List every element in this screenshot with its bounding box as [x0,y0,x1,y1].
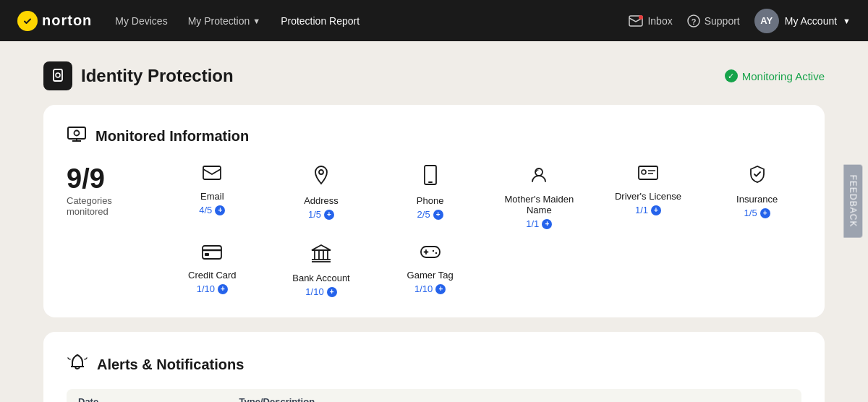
category-icon-address [313,165,329,189]
category-item[interactable]: Credit Card1/10 + [168,244,257,297]
category-count[interactable]: 1/10 + [305,286,336,297]
category-item[interactable]: Mother's Maiden Name1/1 + [495,165,584,229]
norton-logo[interactable]: norton [17,11,92,31]
nav-my-protection[interactable]: My Protection ▼ [188,15,260,27]
svg-point-12 [319,170,323,174]
monitoring-active-dot: ✓ [725,69,738,82]
category-count[interactable]: 1/1 + [635,205,661,215]
svg-point-14 [535,168,542,176]
categories-count-number: 9/9 [67,165,139,192]
support-icon: ? [687,14,700,27]
category-count[interactable]: 2/5 + [417,209,443,220]
svg-marker-22 [312,245,331,250]
svg-point-34 [435,252,436,254]
category-item[interactable]: Insurance1/5 + [712,165,801,229]
alerts-title: Alerts & Notifications [97,356,244,373]
protection-chevron-icon: ▼ [252,17,260,25]
page-header: Identity Protection ✓ Monitoring Active [43,61,825,90]
category-count[interactable]: 4/5 + [199,205,225,215]
monitored-info-icon [67,125,87,147]
account-menu[interactable]: AY My Account ▼ [754,9,851,33]
categories-count: 9/9 Categoriesmonitored [67,165,139,217]
alerts-icon [67,352,88,377]
add-category-icon[interactable]: + [218,284,228,294]
inbox-icon [629,15,643,27]
avatar: AY [754,9,779,33]
svg-rect-19 [203,246,221,259]
category-icon-mother's-maiden-name [529,165,548,188]
category-item[interactable]: Phone2/5 + [386,165,475,229]
add-category-icon[interactable]: + [651,205,661,215]
add-category-icon[interactable]: + [327,287,337,297]
add-category-icon[interactable]: + [324,210,334,220]
category-icon-credit-card [202,244,222,264]
page-title-wrap: Identity Protection [43,61,234,90]
monitoring-status-badge: ✓ Monitoring Active [725,69,825,82]
svg-point-6 [56,73,60,77]
category-name: Bank Account [292,273,350,283]
alerts-title-row: Alerts & Notifications [67,352,801,377]
alerts-table: Date Type/Description Historical Dark We… [67,389,801,402]
category-count[interactable]: 1/5 + [744,208,770,218]
add-category-icon[interactable]: + [542,219,552,229]
category-name: Address [304,195,339,206]
category-icon-gamer-tag [420,244,441,264]
norton-logo-text: norton [42,12,92,29]
category-name: Insurance [736,194,778,205]
categories-count-label: Categoriesmonitored [67,195,139,217]
type-column-header: Type/Description [228,389,801,402]
nav-right: Inbox ? Support AY My Account ▼ [629,9,851,33]
category-icon-phone [423,165,438,189]
support-button[interactable]: ? Support [687,14,740,27]
category-name: Credit Card [188,270,236,281]
monitored-info-title: Monitored Information [95,128,249,145]
date-column-header: Date [67,389,228,402]
category-name: Mother's Maiden Name [495,194,584,215]
add-category-icon[interactable]: + [760,208,770,218]
inbox-button[interactable]: Inbox [629,15,672,27]
svg-point-33 [432,250,433,252]
add-category-icon[interactable]: + [433,210,443,220]
category-count[interactable]: 1/1 + [526,218,552,229]
category-icon-insurance [749,165,765,188]
category-icon-bank-account [311,244,331,267]
alerts-card: Alerts & Notifications Date Type/Descrip… [43,332,825,402]
nav-my-devices[interactable]: My Devices [115,15,167,27]
svg-point-2 [639,15,643,20]
page-title: Identity Protection [81,66,234,86]
category-icon-driver's-license [638,165,658,185]
nav-protection-report[interactable]: Protection Report [281,15,359,27]
category-item[interactable]: Gamer Tag1/10 + [386,244,475,297]
category-count[interactable]: 1/10 + [197,283,228,294]
svg-rect-5 [54,69,62,81]
svg-text:?: ? [691,17,696,25]
category-count[interactable]: 1/10 + [414,283,446,294]
category-count[interactable]: 1/5 + [308,209,334,220]
svg-rect-7 [68,127,85,139]
identity-protection-icon [43,61,72,90]
category-item[interactable]: Bank Account1/10 + [277,244,366,297]
page-content: Identity Protection ✓ Monitoring Active … [0,41,868,402]
nav-links: My Devices My Protection ▼ Protection Re… [115,15,605,27]
svg-point-16 [642,170,646,174]
category-name: Email [200,191,224,202]
category-item[interactable]: Address1/5 + [277,165,366,229]
svg-point-8 [75,131,80,136]
svg-rect-11 [203,166,221,179]
category-name: Driver's License [615,191,681,202]
monitored-info-title-row: Monitored Information [67,125,801,147]
category-item[interactable]: Email4/5 + [168,165,257,229]
category-name: Gamer Tag [407,270,454,281]
add-category-icon[interactable]: + [215,205,225,215]
category-item[interactable]: Driver's License1/1 + [604,165,693,229]
norton-logo-icon [17,11,38,31]
add-category-icon[interactable]: + [435,284,446,294]
navbar: norton My Devices My Protection ▼ Protec… [0,0,868,41]
monitored-info-card: Monitored Information 9/9 Categoriesmoni… [43,105,825,317]
category-icon-email [203,165,221,185]
svg-rect-21 [205,253,209,256]
category-name: Phone [417,195,444,206]
categories-grid: Email4/5 +Address1/5 +Phone2/5 +Mother's… [168,165,801,297]
feedback-tab[interactable]: FEEDBACK [844,165,863,238]
svg-point-0 [21,14,34,27]
